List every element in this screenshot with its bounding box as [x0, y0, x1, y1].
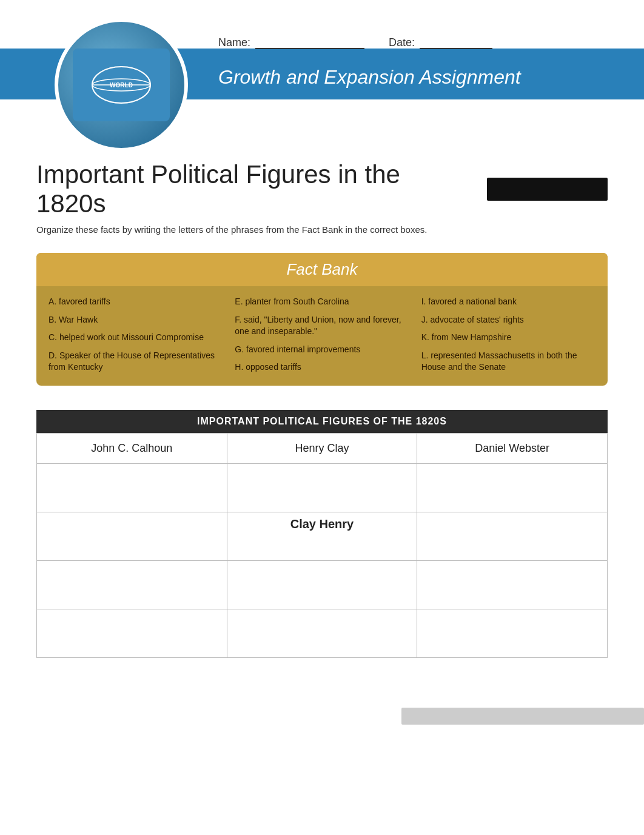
fact-bank-container: Fact Bank A. favored tariffs B. War Hawk… [36, 253, 608, 386]
fact-bank-col-2: E. planter from South Carolina F. said, … [235, 296, 409, 374]
table-cell[interactable] [37, 560, 227, 609]
logo-inner: WORLD [73, 49, 170, 121]
date-field[interactable] [420, 37, 492, 49]
svg-text:WORLD: WORLD [110, 82, 133, 89]
list-item: A. favored tariffs [49, 296, 223, 308]
list-item: L. represented Massachusetts in both the… [421, 350, 595, 374]
fact-bank-col-3: I. favored a national bank J. advocate o… [421, 296, 595, 374]
fact-bank-columns: A. favored tariffs B. War Hawk C. helped… [36, 296, 608, 374]
list-item: B. War Hawk [49, 314, 223, 326]
col-header-webster: Daniel Webster [417, 433, 608, 463]
name-field[interactable] [255, 37, 364, 49]
page-title: Growth and Expansion Assignment [218, 66, 521, 88]
list-item: E. planter from South Carolina [235, 296, 409, 308]
figures-table: John C. Calhoun Henry Clay Daniel Webste… [36, 433, 608, 658]
table-row [37, 609, 608, 657]
list-item: G. favored internal improvements [235, 344, 409, 356]
table-cell[interactable] [37, 609, 227, 657]
table-row [37, 463, 608, 512]
header-area: WORLD Name: Date: Growth and Expansion A… [0, 0, 644, 99]
name-label: Name: [218, 36, 364, 49]
fact-bank-col-1: A. favored tariffs B. War Hawk C. helped… [49, 296, 223, 374]
main-content: Important Political Figures in the 1820s… [0, 124, 644, 682]
fact-bank-header: Fact Bank [36, 253, 608, 286]
table-cell[interactable] [227, 463, 417, 512]
table-row: Clay Henry [37, 512, 608, 560]
date-label: Date: [389, 36, 492, 49]
table-row [37, 560, 608, 609]
table-cell[interactable] [227, 560, 417, 609]
list-item: C. helped work out Missouri Compromise [49, 332, 223, 344]
instructions: Organize these facts by writing the lett… [36, 224, 608, 235]
clay-henry-cell[interactable]: Clay Henry [227, 512, 417, 560]
table-cell[interactable] [417, 609, 608, 657]
table-cell[interactable] [417, 512, 608, 560]
table-cell[interactable] [417, 463, 608, 512]
list-item: J. advocate of states' rights [421, 314, 595, 326]
list-item: F. said, "Liberty and Union, now and for… [235, 314, 409, 338]
table-cell[interactable] [227, 609, 417, 657]
name-date-row: Name: Date: [0, 18, 644, 55]
table-cell[interactable] [417, 560, 608, 609]
table-header-row: John C. Calhoun Henry Clay Daniel Webste… [37, 433, 608, 463]
col-header-clay: Henry Clay [227, 433, 417, 463]
section-title: Important Political Figures in the 1820s [36, 160, 608, 218]
table-cell[interactable] [37, 512, 227, 560]
table-section: IMPORTANT POLITICAL FIGURES OF THE 1820S… [36, 410, 608, 658]
list-item: I. favored a national bank [421, 296, 595, 308]
logo-icon: WORLD [91, 61, 152, 109]
list-item: H. opposed tariffs [235, 361, 409, 374]
col-header-calhoun: John C. Calhoun [37, 433, 227, 463]
bottom-redacted-bar [401, 708, 644, 725]
list-item: K. from New Hampshire [421, 332, 595, 344]
list-item: D. Speaker of the House of Representativ… [49, 350, 223, 374]
redacted-title-bar [487, 178, 608, 201]
table-header: IMPORTANT POLITICAL FIGURES OF THE 1820S [36, 410, 608, 433]
table-cell[interactable] [37, 463, 227, 512]
